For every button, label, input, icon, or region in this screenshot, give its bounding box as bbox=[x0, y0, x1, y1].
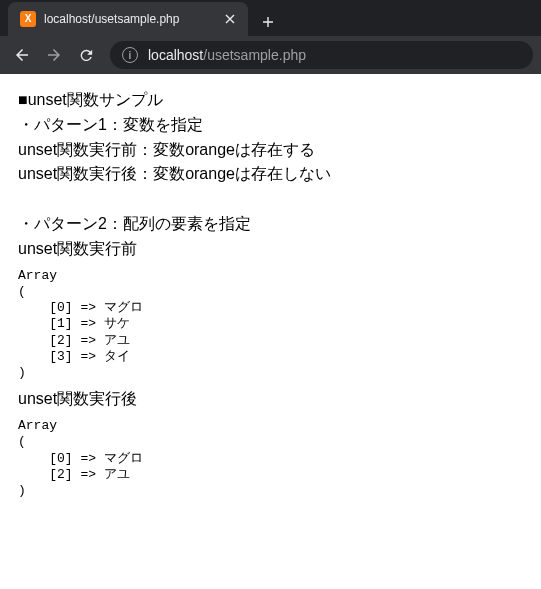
address-bar[interactable]: i localhost/usetsample.php bbox=[110, 41, 533, 69]
reload-button[interactable] bbox=[72, 41, 100, 69]
back-button[interactable] bbox=[8, 41, 36, 69]
close-tab-icon[interactable] bbox=[222, 11, 238, 27]
new-tab-button[interactable] bbox=[254, 8, 282, 36]
tab-title: localhost/usetsample.php bbox=[44, 12, 214, 26]
tab-bar: X localhost/usetsample.php bbox=[0, 0, 541, 36]
array-dump-after: Array ( [0] => マグロ [2] => アユ ) bbox=[18, 418, 523, 499]
xampp-favicon: X bbox=[20, 11, 36, 27]
toolbar: i localhost/usetsample.php bbox=[0, 36, 541, 74]
site-info-icon[interactable]: i bbox=[122, 47, 138, 63]
forward-button[interactable] bbox=[40, 41, 68, 69]
pattern2-after-label: unset関数実行後 bbox=[18, 387, 523, 412]
heading: ■unset関数サンプル bbox=[18, 88, 523, 113]
pattern1-after: unset関数実行後：変数orangeは存在しない bbox=[18, 162, 523, 187]
pattern2-title: ・パターン2：配列の要素を指定 bbox=[18, 212, 523, 237]
array-dump-before: Array ( [0] => マグロ [1] => サケ [2] => アユ [… bbox=[18, 268, 523, 382]
pattern2-before-label: unset関数実行前 bbox=[18, 237, 523, 262]
browser-tab[interactable]: X localhost/usetsample.php bbox=[8, 2, 248, 36]
url-text: localhost/usetsample.php bbox=[148, 47, 306, 63]
page-content: ■unset関数サンプル ・パターン1：変数を指定 unset関数実行前：変数o… bbox=[0, 74, 541, 589]
pattern1-before: unset関数実行前：変数orangeは存在する bbox=[18, 138, 523, 163]
pattern1-title: ・パターン1：変数を指定 bbox=[18, 113, 523, 138]
